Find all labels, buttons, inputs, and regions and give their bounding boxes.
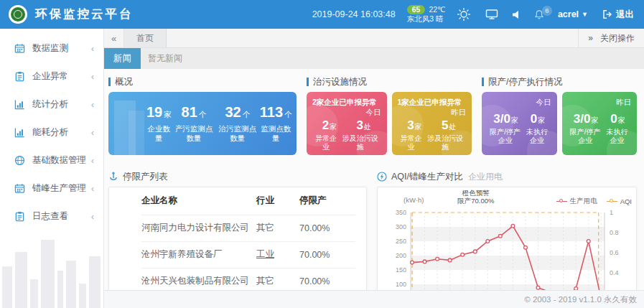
svg-text:150: 150 bbox=[396, 266, 406, 274]
app-window: 环保监控云平台 2019-09-24 16:03:48 65 22℃ 东北风3 … bbox=[0, 0, 644, 308]
sidebar-item-peak-production[interactable]: 错峰生产管理 ‹ bbox=[0, 174, 103, 202]
pollution-card-today: 2家企业已申报异常 今日 2家 3处 异常企业 涉及治污设施 bbox=[307, 92, 387, 155]
table-row[interactable]: 沧州天兴包装制品有限公司 其它 70.00% bbox=[141, 268, 355, 290]
stat-monitor-points: 113个 监测点数量 bbox=[259, 104, 292, 143]
aqi-chart-panel: 35030025020015010050010.80.60.40.20 (kW·… bbox=[377, 187, 637, 290]
user-menu[interactable]: acrel ▼ bbox=[558, 9, 588, 19]
card-headline: 1家企业已申报异常 bbox=[398, 98, 467, 108]
legend-item-production-power[interactable]: 生产用电 bbox=[556, 197, 597, 206]
sun-weather-icon bbox=[456, 6, 472, 22]
stat-pollution-points: 81个 产污监测点数量 bbox=[172, 104, 216, 143]
weather-widget: 65 22℃ 东北风3 晴 bbox=[407, 5, 446, 24]
section-title: 概况 bbox=[115, 76, 133, 88]
company-name-cell: 沧州宇新养殖设备厂 bbox=[141, 241, 256, 268]
table-row[interactable]: 河南同力电力设计有限公司 其它 70.00% bbox=[141, 215, 355, 241]
footer: © 2003 - 2019 v1.1.0 永久有效 bbox=[104, 290, 644, 308]
stat-enterprise-count: 19家 企业数量 bbox=[146, 104, 172, 143]
sidebar-item-label: 基础数据管理 bbox=[32, 154, 86, 167]
news-bar: 新闻 暂无新闻 bbox=[104, 48, 644, 69]
legend-label: 生产用电 bbox=[570, 197, 597, 206]
logout-label: 退出 bbox=[616, 9, 634, 21]
chevron-collapse-icon: ‹ bbox=[91, 43, 94, 54]
section-bar bbox=[482, 78, 484, 86]
sidebar-item-label: 错峰生产管理 bbox=[32, 182, 86, 195]
news-button[interactable]: 新闻 bbox=[104, 48, 141, 69]
section-title: AQI/错峰生产对比 bbox=[391, 171, 463, 183]
chevron-collapse-icon: ‹ bbox=[91, 183, 94, 194]
city-skyline-watermark bbox=[0, 239, 103, 308]
tab-home-label: 首页 bbox=[136, 32, 154, 45]
sidebar-item-statistics[interactable]: 统计分析 ‹ bbox=[0, 90, 103, 118]
sidebar-item-energy-analysis[interactable]: 能耗分析 ‹ bbox=[0, 118, 103, 146]
top-bar: 环保监控云平台 2019-09-24 16:03:48 65 22℃ 东北风3 … bbox=[0, 0, 644, 29]
sidebar-item-enterprise-anomaly[interactable]: 企业异常 ‹ bbox=[0, 62, 103, 90]
chevron-collapse-icon: ‹ bbox=[91, 155, 94, 166]
speaker-icon[interactable] bbox=[512, 10, 521, 19]
wind-weather-label: 东北风3 晴 bbox=[407, 14, 446, 24]
pollution-card-yesterday: 1家企业已申报异常 昨日 3家 5处 异常企业 涉及治污设施 bbox=[392, 92, 472, 155]
chevron-collapse-icon: ‹ bbox=[91, 99, 94, 110]
card-day-label: 今日 bbox=[487, 98, 551, 108]
table-row[interactable]: 沧州宇新养殖设备厂 工业 70.00% bbox=[141, 241, 355, 268]
legend-item-aqi[interactable]: AQI bbox=[607, 197, 632, 205]
globe-icon bbox=[14, 155, 25, 166]
sidebar-item-data-monitoring[interactable]: 数据监测 ‹ bbox=[0, 34, 103, 62]
chart-legend: 生产用电 AQI bbox=[556, 197, 632, 206]
section-header-aqi-compare: AQI/错峰生产对比 企业用电 bbox=[377, 171, 637, 182]
lightning-circle-icon bbox=[377, 172, 387, 182]
faucet-icon bbox=[108, 172, 118, 182]
app-title: 环保监控云平台 bbox=[35, 6, 134, 22]
close-operations-menu[interactable]: » 关闭操作 bbox=[578, 29, 644, 47]
legend-label: AQI bbox=[620, 197, 632, 205]
section-header-stop-limit-list: 停限产列表 bbox=[108, 171, 367, 182]
svg-text:0.8: 0.8 bbox=[610, 229, 619, 236]
chevron-down-icon: ▼ bbox=[582, 11, 588, 18]
news-content: 暂无新闻 bbox=[148, 52, 182, 65]
temperature-label: 22℃ bbox=[429, 5, 445, 14]
card-day-label: 昨日 bbox=[398, 108, 467, 118]
sidebar-item-base-data[interactable]: 基础数据管理 ‹ bbox=[0, 146, 103, 174]
svg-text:0.4: 0.4 bbox=[610, 269, 619, 276]
chevron-collapse-icon: ‹ bbox=[91, 211, 94, 222]
sidebar-item-log-view[interactable]: 日志查看 ‹ bbox=[0, 202, 103, 230]
industry-cell: 其它 bbox=[256, 215, 299, 241]
scroll-tabs-right-icon: » bbox=[588, 33, 593, 43]
sidebar-item-label: 数据监测 bbox=[32, 42, 68, 55]
col-header-company: 企业名称 bbox=[141, 187, 256, 215]
tab-bar: « 首页 » 关闭操作 bbox=[104, 29, 644, 48]
sidebar-item-label: 日志查看 bbox=[32, 210, 68, 223]
legend-marker-icon bbox=[607, 201, 617, 202]
limit-card-yesterday: 昨日 3/0家 0家 限产/停产企业 未执行企业 bbox=[562, 92, 638, 155]
section-title: 限产/停产执行情况 bbox=[488, 76, 562, 88]
main-area: « 首页 » 关闭操作 新闻 暂无新闻 概况 bbox=[104, 29, 644, 308]
dashboard-content: 概况 19家 企业数量 81个 产污监测点数量 bbox=[104, 69, 644, 290]
section-header-limit: 限产/停产执行情况 bbox=[482, 76, 637, 88]
bar-chart-icon bbox=[14, 99, 25, 110]
svg-text:300: 300 bbox=[396, 223, 406, 230]
aqi-value-badge: 65 bbox=[407, 5, 426, 14]
copyright-label: © 2003 - 2019 v1.1.0 永久有效 bbox=[524, 294, 637, 305]
scroll-tabs-left-icon[interactable]: « bbox=[104, 29, 124, 47]
sidebar: 数据监测 ‹ 企业异常 ‹ 统计分析 ‹ 能耗分析 ‹ 基础数据管理 ‹ bbox=[0, 29, 104, 308]
tab-home[interactable]: 首页 bbox=[124, 29, 167, 47]
stop-limit-cell: 70.00% bbox=[299, 215, 355, 241]
clipboard-icon bbox=[14, 211, 25, 222]
svg-text:0.6: 0.6 bbox=[610, 249, 619, 256]
logout-button[interactable]: 退出 bbox=[602, 9, 634, 21]
chart-annotation: 橙色预警 限产70.00% bbox=[378, 189, 574, 205]
bar-chart-icon bbox=[14, 127, 25, 138]
monitor-icon[interactable] bbox=[485, 9, 498, 20]
company-name-cell: 河南同力电力设计有限公司 bbox=[141, 215, 256, 241]
section-title: 停限产列表 bbox=[123, 171, 168, 183]
calendar-icon bbox=[14, 183, 25, 194]
svg-text:1: 1 bbox=[610, 209, 613, 216]
card-headline: 2家企业已申报异常 bbox=[312, 98, 381, 108]
section-bar bbox=[307, 78, 309, 86]
company-name-cell: 沧州天兴包装制品有限公司 bbox=[141, 268, 256, 290]
svg-text:250: 250 bbox=[396, 238, 406, 245]
notification-bell-icon[interactable]: 6 bbox=[534, 9, 544, 20]
industry-cell-link[interactable]: 工业 bbox=[256, 241, 299, 268]
sidebar-item-label: 统计分析 bbox=[32, 98, 68, 111]
svg-text:350: 350 bbox=[396, 209, 406, 216]
stop-limit-table: 企业名称 行业 停限产 河南同力电力设计有限公司 其它 bbox=[141, 187, 355, 290]
